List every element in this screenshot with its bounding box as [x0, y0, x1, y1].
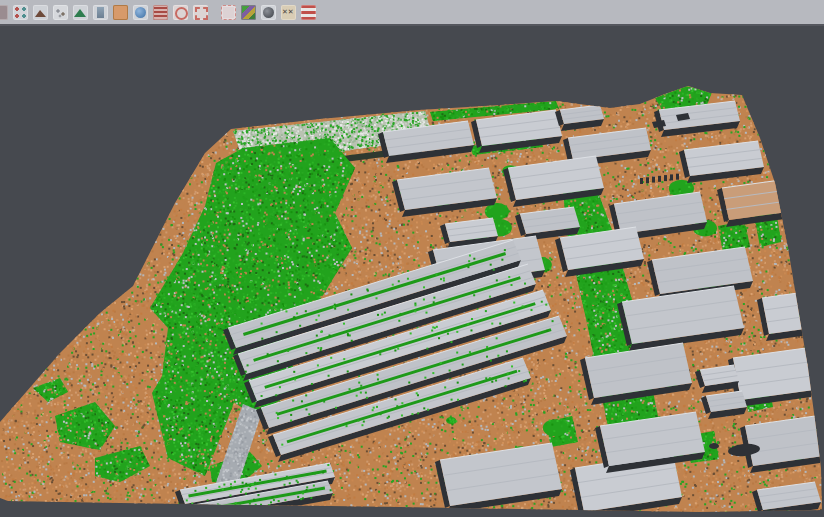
ground-tile-icon[interactable]: [113, 5, 128, 20]
rectangle-selection-icon[interactable]: [193, 5, 208, 20]
circle-selection-icon[interactable]: [173, 5, 188, 20]
application-window: { "toolbar": { "background": "#b7b9bf", …: [0, 0, 824, 517]
snap-points-icon[interactable]: [13, 5, 28, 20]
toolbar: [0, 0, 824, 26]
sparse-points-icon[interactable]: [53, 5, 68, 20]
building-column-icon[interactable]: [93, 5, 108, 20]
viewport-3d[interactable]: [0, 26, 824, 515]
cross-markers-icon[interactable]: [281, 5, 296, 20]
striped-flag-icon[interactable]: [301, 5, 316, 20]
profile-lines-icon[interactable]: [153, 5, 168, 20]
cropped-partial-icon[interactable]: [0, 5, 8, 20]
dark-sphere-icon[interactable]: [261, 5, 276, 20]
terrain-brown-icon[interactable]: [33, 5, 48, 20]
classification-palette-icon[interactable]: [241, 5, 256, 20]
terrain-vegetation-icon[interactable]: [73, 5, 88, 20]
globe-icon[interactable]: [133, 5, 148, 20]
dashed-region-icon[interactable]: [221, 5, 236, 20]
